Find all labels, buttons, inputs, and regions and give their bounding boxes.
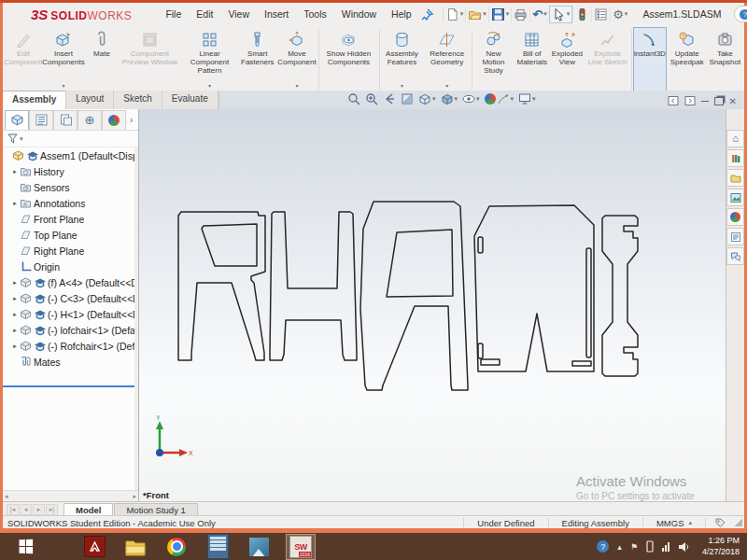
tree-item-component-c[interactable]: ▸ (-) C<3> (Default<<Default>_D [10,290,138,306]
doc-minimize-button[interactable] [701,92,709,109]
tree-item-mates[interactable]: Mates [10,354,138,370]
undo-button[interactable]: ↶ ▾ [529,7,548,22]
network-signal-icon[interactable] [662,542,669,552]
select-tool-button[interactable]: ▾ [549,6,573,23]
last-tab-button[interactable]: ▸| [46,504,58,515]
tree-item-component-rofchair[interactable]: ▸ (-) Rofchair<1> (Default<<Defa [10,338,138,354]
ribbon-button-explode-line-sketch[interactable]: Explode Line Sketch [585,27,630,92]
expand-arrow-icon[interactable]: ▸ [10,327,20,334]
scroll-left-icon[interactable]: ◂ [5,493,8,500]
view-settings-icon[interactable]: ▾ [517,91,537,106]
tab-motion-study-1[interactable]: Motion Study 1 [114,503,197,516]
speaker-icon[interactable] [678,541,690,553]
tab-sketch[interactable]: Sketch [114,91,162,109]
menu-edit[interactable]: Edit [189,6,220,22]
display-style-icon[interactable]: ▾ [440,91,459,106]
design-library-button[interactable] [726,149,744,167]
print-button[interactable] [511,7,529,22]
ribbon-button-exploded-view[interactable]: Exploded View [550,27,585,92]
start-button[interactable] [9,539,41,553]
ribbon-button-component-preview-window[interactable]: Component Preview Window [119,27,181,92]
tree-item-component-lofchair[interactable]: ▸ (-) lofchair<1> (Default<<Defau [10,322,138,338]
ribbon-button-reference-geometry[interactable]: Reference Geometry ▾ [424,27,471,92]
photos-button[interactable] [245,535,273,559]
scroll-right-icon[interactable]: ▸ [133,493,136,500]
custom-properties-tag-button[interactable] [705,518,735,528]
ribbon-button-bill-of-materials[interactable]: Bill of Materials [514,27,550,92]
ribbon-button-instant3d[interactable]: Instant3D [633,27,667,92]
device-icon[interactable] [646,540,654,553]
menu-tools[interactable]: Tools [296,6,334,22]
taskbar-clock[interactable]: 1:26 PM 4/27/2018 [702,536,740,557]
solidworks-resources-button[interactable]: ⌂ [726,130,744,147]
more-tabs-chevron-icon[interactable]: › [130,115,133,125]
ribbon-button-smart-fasteners[interactable]: Smart Fasteners [238,27,276,92]
appearances-scenes-button[interactable] [726,208,744,226]
tree-item-history[interactable]: ▸ History [10,163,138,179]
tree-item-component-h[interactable]: ▸ (-) H<1> (Default<<Default>_D [10,306,138,322]
menu-insert[interactable]: Insert [257,6,296,22]
options-button[interactable]: ⚙ ▾ [610,7,629,22]
tree-item-top-plane[interactable]: Top Plane [10,227,138,243]
tree-item-origin[interactable]: Origin [10,259,138,274]
new-document-button[interactable]: ▾ [443,7,466,22]
ribbon-button-linear-component-pattern[interactable]: Linear Component Pattern ▾ [181,27,239,92]
tab-layout[interactable]: Layout [66,91,114,109]
file-explorer-button[interactable] [726,169,744,187]
expand-arrow-icon[interactable]: ▸ [10,343,20,350]
ribbon-button-new-motion-study[interactable]: New Motion Study [472,27,514,92]
menu-view[interactable]: View [220,6,257,22]
tab-assembly[interactable]: Assembly [3,91,66,109]
panel-vertical-scrollbar[interactable] [134,147,138,490]
hide-show-items-icon[interactable]: ▾ [461,91,481,106]
ribbon-button-show-hidden-components[interactable]: Show Hidden Components [319,27,377,92]
ribbon-button-take-snapshot[interactable]: Take Snapshot [708,27,742,92]
expand-arrow-icon[interactable]: ▸ [10,200,20,207]
edit-appearance-icon[interactable]: ▾ [484,91,515,106]
tree-item-annotations[interactable]: ▸ A Annotations [10,195,138,211]
help-search-box[interactable]: ? ▾ [734,6,747,22]
expand-arrow-icon[interactable]: ▸ [10,311,20,318]
chrome-button[interactable] [162,535,190,559]
previous-view-icon[interactable] [382,91,397,106]
menu-help[interactable]: Help [384,6,419,22]
ribbon-button-update-speedpak[interactable]: Update Speedpak [667,27,708,92]
tree-item-sensors[interactable]: Sensors [10,179,138,195]
menu-file[interactable]: File [158,6,189,22]
ribbon-button-assembly-features[interactable]: Assembly Features ▾ [380,27,424,92]
tab-evaluate[interactable]: Evaluate [162,91,218,109]
graphics-viewport[interactable]: Y X *Front Activate Windows Go to PC set… [139,109,726,501]
file-explorer-button[interactable] [121,535,149,559]
ribbon-button-move-component[interactable]: Move Component ▾ [276,27,317,92]
solidworks-forum-button[interactable] [726,247,744,265]
expand-arrow-icon[interactable]: ▸ [10,279,20,287]
save-button[interactable]: ▾ [488,7,512,22]
tree-item-component-a[interactable]: ▸ (f) A<4> (Default<<Default>_Di [10,274,138,290]
tab-configuration-manager[interactable] [53,110,78,130]
panel-horizontal-scrollbar[interactable]: ◂ ▸ [3,490,138,501]
zoom-to-fit-icon[interactable] [346,91,361,106]
doc-close-button[interactable]: ✕ [729,96,737,106]
next-tab-button[interactable]: ▸ [33,504,45,515]
units-selector[interactable]: MMGS ▴ [642,518,705,528]
calculator-button[interactable] [204,535,232,559]
help-tray-icon[interactable]: ? [597,540,609,553]
solidworks-taskbar-button[interactable]: SW 2016 [286,534,316,560]
action-center-flag-icon[interactable]: ⚑ [630,542,638,552]
view-orientation-icon[interactable]: ▾ [417,91,437,106]
prev-tab-button[interactable]: ◂ [20,504,32,515]
adobe-reader-button[interactable] [80,535,108,559]
open-document-button[interactable]: ▾ [465,7,488,22]
first-tab-button[interactable]: |◂ [7,504,19,515]
hidden-icons-chevron[interactable]: ▴ [617,542,622,552]
ribbon-button-edit-component[interactable]: Edit Component [5,27,42,92]
tab-dimxpert-manager[interactable]: ⊕ [78,110,102,130]
custom-properties-button[interactable] [726,228,744,245]
pin-menu-icon[interactable] [421,8,433,21]
section-view-icon[interactable] [400,91,415,106]
pane-right-icon[interactable] [684,95,696,106]
zoom-to-area-icon[interactable] [364,91,379,106]
filter-funnel-icon[interactable] [7,133,19,145]
panel-split-bar[interactable] [3,385,138,387]
tab-property-manager[interactable] [29,110,53,130]
